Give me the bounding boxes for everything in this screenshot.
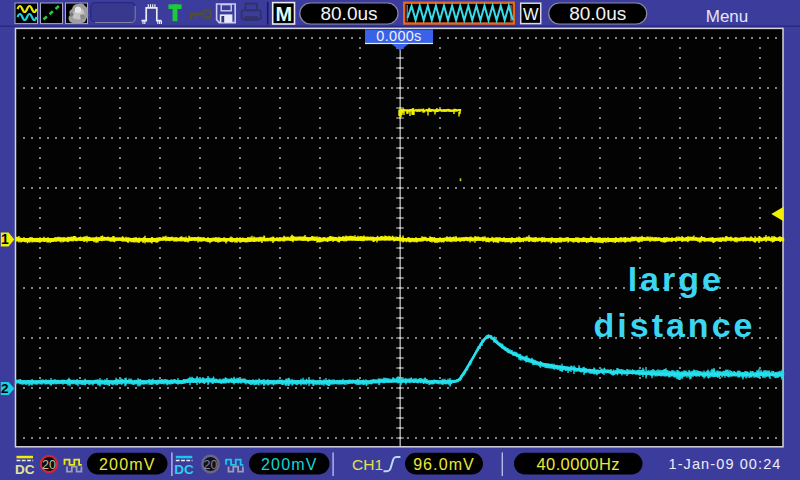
svg-text:200mV: 200mV [261, 456, 318, 473]
svg-text:1-Jan-09 00:24: 1-Jan-09 00:24 [669, 456, 782, 472]
svg-text:80.0us: 80.0us [569, 3, 626, 24]
svg-text:W: W [523, 5, 539, 23]
svg-text:DC: DC [15, 462, 35, 477]
svg-text:2: 2 [1, 381, 9, 396]
svg-text:20: 20 [42, 458, 56, 472]
svg-text:1: 1 [1, 231, 9, 247]
svg-text:distance: distance [594, 306, 756, 344]
svg-text:M: M [275, 3, 292, 25]
svg-text:CH1: CH1 [352, 456, 383, 473]
svg-text:large: large [628, 260, 724, 298]
svg-text:0.000s: 0.000s [376, 28, 421, 44]
svg-text:40.0000Hz: 40.0000Hz [536, 455, 619, 473]
svg-text:DC: DC [174, 462, 194, 477]
svg-text:200mV: 200mV [99, 456, 156, 473]
svg-text:Menu: Menu [706, 7, 749, 26]
svg-text:80.0us: 80.0us [320, 3, 377, 24]
svg-text:20: 20 [204, 458, 218, 472]
svg-text:96.0mV: 96.0mV [413, 456, 475, 473]
